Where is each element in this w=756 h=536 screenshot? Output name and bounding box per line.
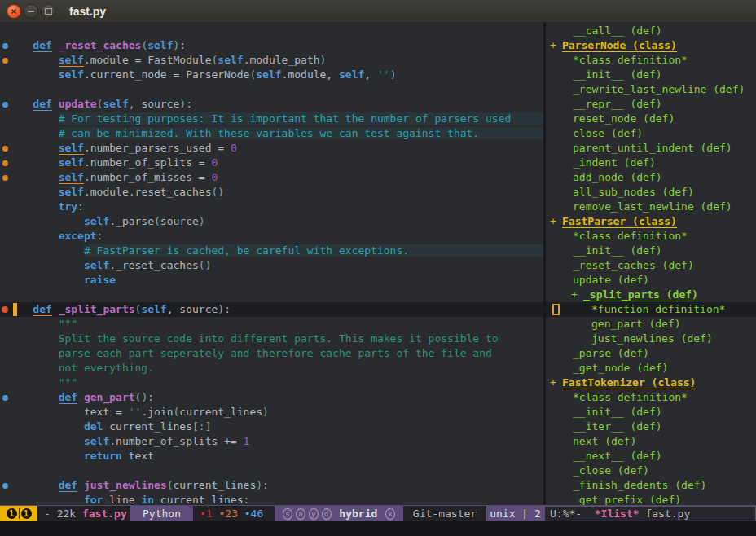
code-token — [7, 142, 59, 154]
code-line[interactable]: not everything. — [0, 361, 544, 376]
outline-item[interactable]: close (def) — [546, 126, 756, 141]
code-line[interactable]: def just_newlines(current_lines): — [0, 478, 544, 493]
outline-item[interactable]: *class definition* — [546, 390, 756, 405]
outline-item[interactable]: reset_node (def) — [546, 112, 756, 126]
outline-item[interactable]: gen_part (def) — [546, 317, 756, 332]
modeline-segment: •1 •23 •46 — [193, 506, 275, 521]
outline-item-label: *class definition* — [573, 54, 688, 66]
outline-item[interactable]: just_newlines (def) — [546, 332, 756, 346]
expand-plus-icon[interactable]: + — [550, 214, 562, 229]
code-editor[interactable]: def _reset_caches(self): self.module = F… — [0, 23, 544, 505]
outline-item[interactable]: _get_prefix (def) — [546, 493, 756, 505]
code-line[interactable]: return text — [0, 449, 544, 464]
window-minimize-button[interactable] — [24, 4, 38, 19]
code-line[interactable]: def update(self, source): — [0, 97, 544, 112]
outline-item[interactable]: next (def) — [546, 434, 756, 449]
outline-item[interactable]: add_node (def) — [546, 170, 756, 185]
expand-plus-icon[interactable]: + — [550, 376, 562, 390]
code-line[interactable]: try: — [0, 200, 544, 214]
code-line[interactable]: text = ''.join(current_lines) — [0, 405, 544, 420]
code-line[interactable]: self.number_of_splits = 0 — [0, 156, 544, 170]
code-line[interactable]: except: — [0, 229, 544, 244]
expand-plus-icon[interactable]: + — [550, 38, 562, 53]
outline-item[interactable]: + ParserNode (class) — [546, 38, 756, 53]
code-token: () — [135, 391, 148, 403]
outline-item-label: __init__ (def) — [573, 406, 662, 418]
outline-item[interactable]: _get_node (def) — [546, 361, 756, 376]
outline-item[interactable]: remove_last_newline (def) — [546, 200, 756, 214]
outline-item[interactable]: + _split_parts (def) — [546, 288, 756, 302]
code-text: """ — [0, 317, 544, 332]
outline-item[interactable]: _rewrite_last_newline (def) — [546, 82, 756, 97]
code-token — [7, 450, 84, 462]
code-line[interactable]: Split the source code into different par… — [0, 332, 544, 346]
code-line[interactable]: self.module.reset_caches() — [0, 185, 544, 200]
minor-mode-icon: a — [296, 508, 305, 520]
window-maximize-button[interactable] — [41, 4, 55, 19]
window-close-button[interactable]: × — [7, 4, 21, 19]
outline-item[interactable]: _reset_caches (def) — [546, 258, 756, 273]
outline-item[interactable]: *class definition* — [546, 229, 756, 244]
outline-item[interactable]: *class definition* — [546, 53, 756, 68]
code-token: self — [59, 156, 84, 169]
code-line[interactable]: self.number_parsers_used = 0 — [0, 141, 544, 156]
outline-item-label: _reset_caches (def) — [573, 259, 694, 271]
code-line[interactable]: self.number_of_splits += 1 — [0, 434, 544, 449]
code-line[interactable] — [0, 464, 544, 478]
code-token — [7, 494, 84, 505]
outline-item[interactable]: __init__ (def) — [546, 68, 756, 82]
code-text: del current_lines[:] — [0, 420, 544, 434]
outline-item[interactable]: __repr__ (def) — [546, 97, 756, 112]
outline-item[interactable]: _indent (def) — [546, 156, 756, 170]
code-text: self._parse(source) — [0, 214, 544, 229]
outline-item[interactable]: __iter__ (def) — [546, 420, 756, 434]
code-text: self.number_of_splits += 1 — [0, 434, 544, 449]
code-line[interactable]: def gen_part(): — [0, 390, 544, 405]
code-line[interactable]: """ — [0, 317, 544, 332]
code-token — [7, 362, 59, 374]
code-line[interactable]: for line in current_lines: — [0, 493, 544, 505]
code-line[interactable]: self.current_node = ParserNode(self.modu… — [0, 68, 544, 82]
modeline: 11 - 22k fast.pyPython•1 •23 •46sayd hyb… — [0, 505, 756, 521]
code-line[interactable]: # FastParser is cached, be careful with … — [0, 244, 544, 258]
code-line[interactable]: del current_lines[:] — [0, 420, 544, 434]
expand-plus-icon[interactable]: + — [571, 288, 583, 302]
code-line[interactable] — [0, 82, 544, 97]
code-line[interactable]: # can be minimized. With these variables… — [0, 126, 544, 141]
modeline-segment: Git-master — [403, 506, 486, 521]
code-text: def just_newlines(current_lines): — [0, 478, 544, 493]
outline-item[interactable]: update (def) — [546, 273, 756, 288]
code-line[interactable]: def _split_parts(self, source): — [0, 302, 544, 317]
outline-item[interactable]: _parse (def) — [546, 346, 756, 361]
outline-item[interactable]: *function definition* — [546, 302, 756, 317]
outline-item[interactable]: __init__ (def) — [546, 405, 756, 420]
window-titlebar: × fast.py — [0, 0, 756, 23]
code-line[interactable]: # For testing purposes: It is important … — [0, 112, 544, 126]
fringe-added-marker-icon — [2, 395, 8, 401]
code-line[interactable]: self._reset_caches() — [0, 258, 544, 273]
code-line[interactable]: self._parse(source) — [0, 214, 544, 229]
outline-item[interactable]: + FastTokenizer (class) — [546, 376, 756, 390]
code-line[interactable]: raise — [0, 273, 544, 288]
outline-item[interactable]: _close (def) — [546, 464, 756, 478]
code-line[interactable]: self.number_of_misses = 0 — [0, 170, 544, 185]
outline-item[interactable]: __next__ (def) — [546, 449, 756, 464]
code-line[interactable]: """ — [0, 376, 544, 390]
code-token: () — [199, 259, 212, 271]
code-line[interactable]: parse each part seperately and therefore… — [0, 346, 544, 361]
code-line[interactable]: self.module = FastModule(self.module_pat… — [0, 53, 544, 68]
code-token: ) — [390, 68, 397, 81]
outline-item[interactable]: + FastParser (class) — [546, 214, 756, 229]
code-text: raise — [0, 273, 544, 288]
code-token — [7, 376, 59, 389]
outline-item[interactable]: parent_until_indent (def) — [546, 141, 756, 156]
outline-item[interactable]: _finish_dedents (def) — [546, 478, 756, 493]
outline-item[interactable]: __init__ (def) — [546, 244, 756, 258]
code-token — [7, 39, 33, 51]
outline-item-label: _get_node (def) — [573, 362, 668, 374]
outline-item[interactable]: __call__ (def) — [546, 24, 756, 38]
emacs-window: × fast.py def _reset_caches(self): self.… — [0, 0, 756, 536]
code-line[interactable]: def _reset_caches(self): — [0, 38, 544, 53]
outline-item[interactable]: all_sub_nodes (def) — [546, 185, 756, 200]
code-line[interactable] — [0, 288, 544, 302]
